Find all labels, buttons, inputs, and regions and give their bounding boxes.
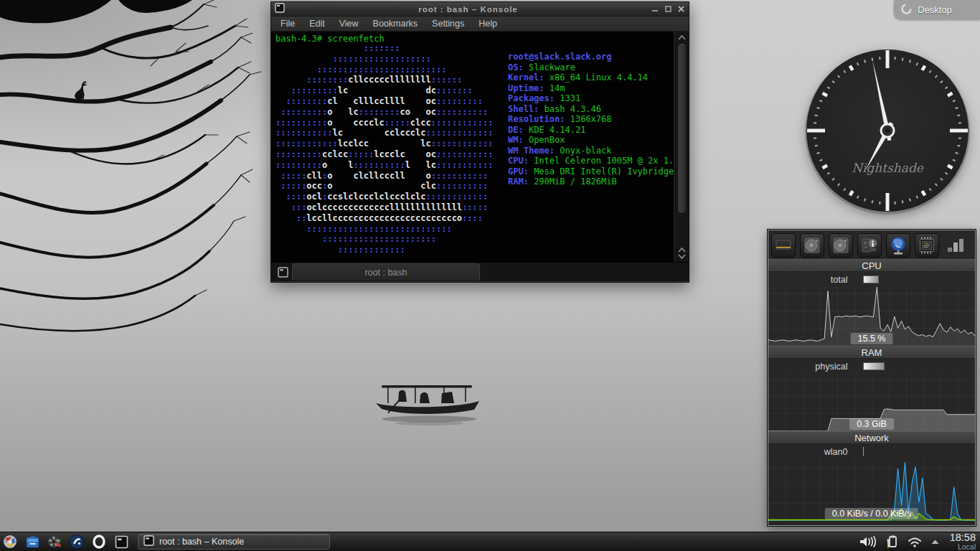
scroll-up2-icon[interactable] (678, 248, 686, 253)
clock-widget[interactable]: Nightshade (803, 46, 972, 218)
kde-menu-icon[interactable] (2, 534, 18, 550)
network-graph: 0.0 KiB/s / 0.0 KiB/s (768, 459, 975, 521)
window-title: root : bash – Konsole (285, 5, 651, 14)
screen: Desktop root : bash – Konsole FileEditVi… (0, 0, 980, 551)
scroll-down-icon[interactable] (678, 254, 686, 259)
bars-icon[interactable] (943, 233, 968, 258)
ram-graph: 0.3 GiB (768, 374, 975, 431)
info-line: WM Theme: Onyx-black (508, 146, 679, 156)
info-line: Kernel: x86_64 Linux 4.4.14 (508, 72, 679, 83)
network-value: 0.0 KiB/s / 0.0 KiB/s (825, 508, 918, 519)
clock-zone: Local (950, 543, 976, 551)
info-line: GPU: Mesa DRI Intel(R) Ivybridge (508, 166, 679, 177)
network-legend-swatch (863, 447, 864, 456)
motherboard-info-icon[interactable] (857, 233, 882, 258)
info-line: WM: OpenBox (508, 135, 679, 146)
network-globe-icon[interactable] (886, 233, 910, 258)
info-line: CPU: Intel Celeron 1005M @ 2x 1.9 (508, 156, 679, 166)
ram-row-label: physical (768, 362, 863, 372)
konsole-tabbar: root : bash (271, 262, 689, 281)
network-row-label: wlan0 (768, 447, 863, 457)
tab-root-bash[interactable]: root : bash (292, 263, 480, 281)
taskbar-launchers (0, 534, 135, 550)
clock-brand: Nightshade (852, 161, 924, 175)
cpu-value: 15.5 % (851, 333, 893, 344)
taskbar-task-button[interactable]: root : bash – Konsole (138, 534, 330, 550)
system-monitor-widget: On! CPU total 15.5 % RAM physical 0.3 Gi… (768, 230, 976, 526)
cpu-legend-swatch (863, 276, 879, 283)
wifi-icon[interactable] (906, 536, 923, 548)
maximize-button[interactable] (664, 5, 672, 13)
tree-silhouette (0, 0, 280, 337)
toolbox-label: Desktop (918, 4, 952, 15)
menu-view[interactable]: View (333, 17, 365, 30)
ram-value: 0.3 GiB (849, 418, 894, 430)
boat-silhouette (373, 379, 488, 429)
scroll-up-icon[interactable] (678, 35, 686, 40)
task-button-label: root : bash – Konsole (159, 537, 244, 547)
menu-edit[interactable]: Edit (303, 17, 331, 30)
device-notifier-icon[interactable] (885, 534, 899, 549)
sysmon-icon-row: On! (768, 230, 975, 259)
file-manager-icon[interactable] (24, 534, 40, 550)
info-line: DE: KDE 4.14.21 (508, 125, 679, 136)
info-line: Resolution: 980x551 (508, 114, 679, 125)
laptop-icon[interactable] (771, 233, 796, 258)
cpu-section-header[interactable]: CPU (768, 259, 975, 272)
cpu-row-label: total (768, 275, 863, 285)
shell-prompt: bash-4.3# screenfetch (275, 34, 385, 44)
konsole-titlebar[interactable]: root : bash – Konsole (271, 2, 689, 17)
network-section-header[interactable]: Network (768, 431, 975, 444)
volume-icon[interactable] (859, 535, 877, 548)
ram-section-header[interactable]: RAM (768, 346, 975, 359)
terminal-area[interactable]: bash-4.3# screenfetch ::::::: ::::::::::… (271, 32, 689, 262)
ram-legend-swatch (863, 362, 885, 370)
new-tab-button[interactable] (275, 264, 291, 280)
konsole-window: root : bash – Konsole FileEditViewBookma… (270, 1, 689, 283)
scrollbar-thumb[interactable] (677, 43, 687, 214)
menu-bookmarks[interactable]: Bookmarks (367, 17, 425, 30)
info-line: Shell: bash 4.3.46 (508, 104, 679, 115)
taskbar-clock[interactable]: 18:58 Local (947, 532, 976, 551)
opera-icon[interactable] (91, 534, 107, 550)
screenfetch-info: root@slack.slack.orgOS: SlackwareKernel:… (508, 52, 679, 187)
cpu-total-row: total (768, 272, 975, 287)
harddisk-icon[interactable] (800, 233, 824, 258)
info-line: Packages: 1331 (508, 93, 679, 104)
svg-text:On!: On! (924, 242, 930, 245)
plasma-cashew-icon (901, 4, 912, 17)
info-line: RAM: 290MiB / 1826MiB (508, 176, 679, 187)
media-player-icon[interactable] (47, 534, 62, 550)
menu-file[interactable]: File (274, 17, 301, 30)
clock-time: 18:58 (950, 532, 976, 543)
konsole-window-icon (275, 3, 285, 16)
konsole-icon[interactable] (113, 534, 129, 550)
task-konsole-icon (143, 535, 154, 548)
cpu-graph: 15.5 % (768, 287, 975, 346)
amarok-icon[interactable] (69, 534, 85, 550)
info-line: OS: Slackware (508, 62, 679, 73)
tab-label: root : bash (364, 268, 407, 278)
terminal-scrollbar[interactable] (674, 32, 689, 262)
network-wlan0-row: wlan0 (768, 444, 975, 459)
harddisk2-icon[interactable] (829, 233, 853, 258)
konsole-menubar: FileEditViewBookmarksSettingsHelp (271, 17, 689, 32)
ascii-art: ::::::: ::::::::::::::::::: ::::::::::::… (275, 43, 493, 255)
close-button[interactable] (677, 5, 685, 13)
info-line: root@slack.slack.org (508, 52, 679, 62)
ram-physical-row: physical (768, 359, 975, 374)
taskbar: root : bash – Konsole 18:58 Local (0, 532, 980, 551)
menu-settings[interactable]: Settings (425, 17, 471, 30)
tray-expand-icon[interactable] (930, 539, 940, 545)
minimize-button[interactable] (651, 5, 659, 13)
cpu-chip-icon[interactable]: On! (915, 233, 939, 258)
info-line: Uptime: 14m (508, 83, 679, 94)
system-tray: 18:58 Local (859, 532, 980, 551)
menu-help[interactable]: Help (472, 17, 504, 30)
desktop-toolbox[interactable]: Desktop (894, 0, 980, 19)
